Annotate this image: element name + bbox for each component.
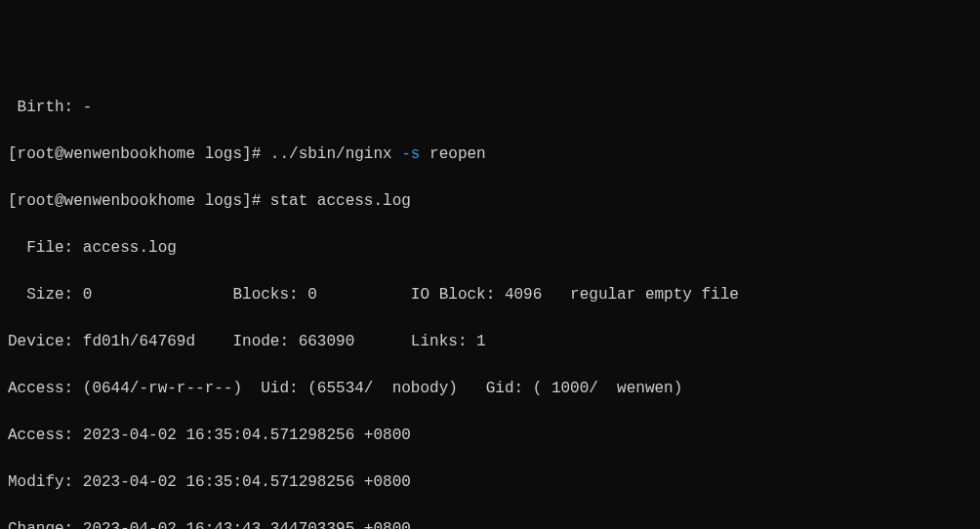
command-output: Birth: -: [8, 99, 92, 116]
term-line: File: access.log: [8, 236, 972, 260]
term-line: Size: 0 Blocks: 0 IO Block: 4096 regular…: [8, 283, 972, 306]
stat-output: Device: fd01h/64769d Inode: 663090 Links…: [8, 333, 486, 350]
term-line: Access: (0644/-rw-r--r--) Uid: (65534/ n…: [8, 377, 972, 400]
prompt: [root@wenwenbookhome logs]#: [8, 145, 270, 163]
term-line: Device: fd01h/64769d Inode: 663090 Links…: [8, 330, 972, 353]
command-text: stat access.log: [270, 192, 411, 210]
stat-output: Access: (0644/-rw-r--r--) Uid: (65534/ n…: [8, 380, 682, 397]
prompt: [root@wenwenbookhome logs]#: [8, 192, 270, 210]
term-line: Access: 2023-04-02 16:35:04.571298256 +0…: [8, 424, 972, 447]
stat-output: File: access.log: [8, 239, 177, 257]
command-text: reopen: [420, 145, 485, 163]
term-line: Birth: -: [8, 96, 972, 119]
command-flag: -s: [401, 145, 420, 163]
command-text: ../sbin/nginx: [270, 145, 401, 163]
term-line: Change: 2023-04-02 16:43:43.344703395 +0…: [8, 517, 972, 529]
term-line: [root@wenwenbookhome logs]# ../sbin/ngin…: [8, 142, 972, 166]
term-line: Modify: 2023-04-02 16:35:04.571298256 +0…: [8, 470, 972, 494]
stat-output: Access: 2023-04-02 16:35:04.571298256 +0…: [8, 427, 411, 444]
term-line: [root@wenwenbookhome logs]# stat access.…: [8, 189, 972, 213]
stat-output: Change: 2023-04-02 16:43:43.344703395 +0…: [8, 520, 411, 529]
stat-output: Modify: 2023-04-02 16:35:04.571298256 +0…: [8, 473, 411, 491]
stat-output: Size: 0 Blocks: 0 IO Block: 4096 regular…: [8, 286, 739, 304]
